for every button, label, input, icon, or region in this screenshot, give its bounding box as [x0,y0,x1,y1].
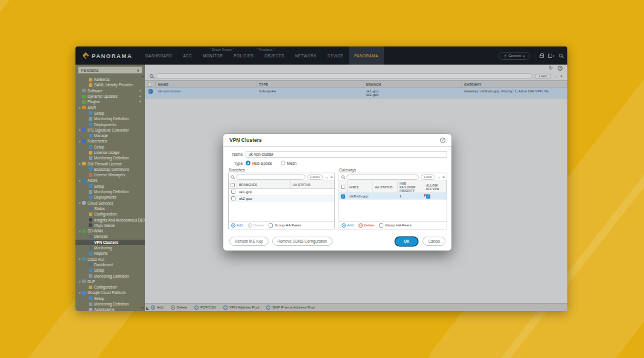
sidebar-item-monitoring[interactable]: Monitoring [75,245,145,251]
sidebar-item-devices[interactable]: Devices [75,234,145,239]
sidebar-item-okyo-garde[interactable]: Okyo Garde [75,223,145,228]
table-search-input[interactable] [156,73,532,79]
save-config-icon[interactable]: ∨ [548,54,555,58]
ok-button[interactable]: OK [395,237,418,246]
sidebar-item-cisco-aci[interactable]: ∨Cisco ACI [75,257,145,262]
sidebar-item-insights-and-autonomous-dem[interactable]: Insights And Autonomous DEM [75,217,145,222]
apply-filter-icon[interactable]: → [553,74,558,78]
delete-button[interactable]: −Delete [171,305,187,310]
sidebar-item-bootstrap-definitions[interactable]: Bootstrap Definitions [75,167,145,172]
expand-caret-icon[interactable]: ∨ [77,139,82,143]
dialog-help-icon[interactable]: ? [440,138,445,143]
allow-dia-vpn-checkbox[interactable]: ✓ [426,194,430,199]
column-header-ha-status[interactable]: HA STATUS [373,181,398,193]
refresh-icon[interactable]: ↻ [549,66,553,71]
apply-filter-icon[interactable]: → [325,175,329,179]
refresh-ike-key-button[interactable]: Refresh IKE Key [229,237,269,246]
clear-filter-icon[interactable]: × [330,175,333,179]
sidebar-item-setup[interactable]: Setup [75,267,145,273]
row-checkbox[interactable] [231,196,235,200]
tab-network[interactable]: NETWORK [290,46,322,65]
tab-panorama[interactable]: PANORAMA [349,46,384,65]
add-gateway-button[interactable]: +Add [342,223,354,228]
pdf-csv-button[interactable]: ↓PDF/CSV [194,305,216,310]
sidebar-item-setup[interactable]: Setup [75,184,145,189]
add-button[interactable]: +Add [151,305,164,310]
sidebar-item-reports[interactable]: Reports [75,251,145,256]
column-header-allow-dia-vpn[interactable]: ALLOW DIA VPN [424,181,447,193]
expand-caret-icon[interactable]: ∨ [77,179,82,182]
column-header-type[interactable]: TYPE [257,81,363,88]
sidebar-item-plugins[interactable]: Plugins+ [75,99,145,104]
sidebar-item-kubernetes[interactable]: ∨Kubernetes [75,138,145,144]
table-row[interactable]: ✓ uk-vpn-cluster hub-spoke uk1-gcp uk2-g… [145,88,567,98]
sidebar-item-license-managers[interactable]: License Managers [75,172,145,177]
search-icon[interactable] [559,54,563,57]
sidebar-item-setup[interactable]: Setup [75,296,145,301]
group-ha-peers-option[interactable]: Group HA Peers [379,223,412,228]
sidebar-item-dynamic-updates[interactable]: Dynamic Updates+ [75,94,145,99]
gateway-row-uk3hub-gcp[interactable]: ✓uk3hub-gcp1✓ [339,193,447,200]
column-header-gateway[interactable]: GATEWAY [462,81,567,88]
expand-plus-icon[interactable]: + [139,94,141,98]
sidebar-item-setup[interactable]: Setup [75,144,145,150]
sidebar-item-aws[interactable]: ∨AWS [75,104,145,110]
sidebar-item-configuration[interactable]: Configuration [75,284,145,290]
expand-caret-icon[interactable]: ∨ [77,291,82,295]
sidebar-item-monitoring-definition[interactable]: Monitoring Definition [75,273,145,278]
sidebar-item-azure[interactable]: ∨Azure [75,177,145,183]
column-header-branches[interactable]: BRANCHES [237,181,291,188]
sidebar-item-software[interactable]: Software+ [75,88,145,94]
sidebar-item-sw-firewall-license[interactable]: ∨SW Firewall License [75,161,145,166]
apply-filter-icon[interactable]: → [437,175,441,179]
sidebar-item-configuration[interactable]: Configuration [75,211,145,217]
remove-ddns-configuration-button[interactable]: Remove DDNS Configuration [272,237,333,246]
expand-caret-icon[interactable]: ∨ [77,229,82,233]
sidebar-item-google-cloud-platform[interactable]: ∨Google Cloud Platform [75,290,145,295]
sidebar-item-deployments[interactable]: Deployments [75,194,145,200]
column-header-name[interactable]: NAME [156,81,257,88]
expand-caret-icon[interactable]: ∨ [77,162,82,165]
expand-caret-icon[interactable]: ∨ [77,280,82,283]
sidebar-item-monitoring-definition[interactable]: Monitoring Definition [75,155,145,161]
sidebar-item-ips-signature-converter[interactable]: ∨IPS Signature Converter [75,127,145,133]
sidebar-item-license-usage[interactable]: License Usage [75,150,145,155]
scroll-down-icon[interactable]: ▼ [141,306,144,310]
sidebar-item-status[interactable]: Status [75,206,145,211]
expand-plus-icon[interactable]: + [139,89,141,93]
vpn-address-pool-button[interactable]: ↓VPN Address Pool [223,305,259,310]
sidebar-item-kerberos[interactable]: Kerberos [75,77,145,82]
expand-caret-icon[interactable]: ∨ [77,128,82,132]
unlock-icon[interactable] [540,53,544,58]
branches-search-input[interactable] [236,174,305,180]
sidebar-item-dashboard[interactable]: Dashboard [75,262,145,267]
tab-dashboard[interactable]: DASHBOARD [140,46,177,65]
sidebar-item-dlp[interactable]: ∨DLP [75,279,145,284]
column-header-ha-status[interactable]: HA STATUS [291,181,334,188]
row-checkbox[interactable]: ✓ [341,194,345,199]
group-ha-peers-checkbox[interactable] [379,223,383,228]
context-selector[interactable]: Panorama ∨ [78,66,142,74]
column-header-hubs[interactable]: HUBS [348,181,373,193]
name-input[interactable] [246,151,447,158]
sidebar-item-monitoring-definition[interactable]: Monitoring Definition [75,189,145,194]
branch-row-uk1-gcp[interactable]: uk1-gcp [229,189,334,196]
cancel-button[interactable]: Cancel [422,237,445,246]
select-all-checkbox[interactable] [231,183,235,187]
group-ha-peers-option[interactable]: Group HA Peers [269,223,301,228]
branch-row-uk2-gcp[interactable]: uk2-gcp [229,196,334,202]
sidebar-item-deployments[interactable]: Deployments [75,121,145,127]
delete-branch-button[interactable]: −Delete [248,223,264,228]
cluster-name-link[interactable]: uk-vpn-cluster [158,89,181,93]
group-ha-peers-checkbox[interactable] [269,223,273,228]
add-branch-button[interactable]: +Add [231,223,243,228]
commit-button[interactable]: ↥ Commit ∨ [499,52,530,60]
sidebar-item-cloud-services[interactable]: ∨Cloud Services [75,200,145,206]
sidebar-item-manage[interactable]: Manage [75,133,145,138]
clear-filter-icon[interactable]: × [560,74,563,78]
tab-acc[interactable]: ACC [177,46,197,65]
resize-grip[interactable] [146,307,149,310]
expand-caret-icon[interactable]: ∨ [77,257,82,261]
radio-mesh[interactable]: Mesh [281,161,297,165]
select-all-checkbox[interactable] [148,83,152,87]
